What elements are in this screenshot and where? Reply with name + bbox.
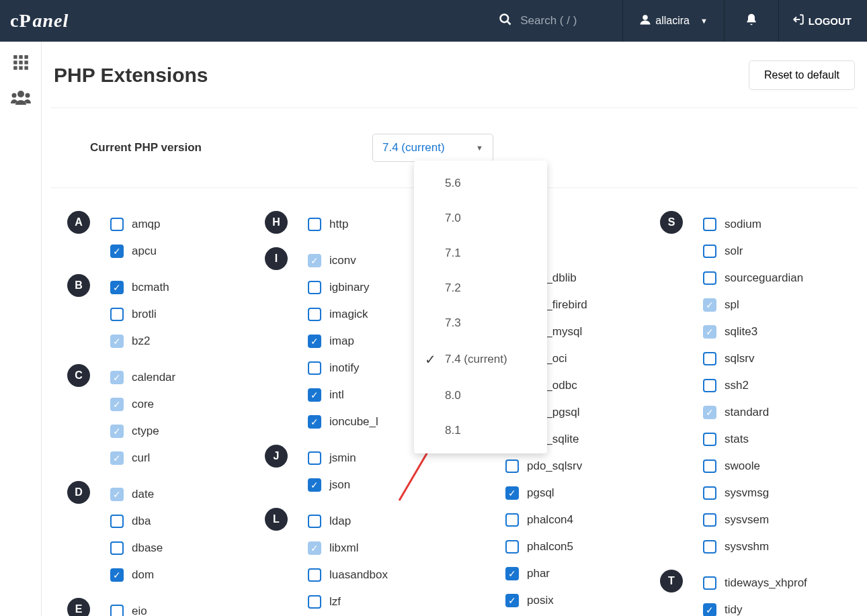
extension-checkbox[interactable] (308, 568, 321, 582)
extension-checkbox[interactable] (703, 576, 716, 590)
extension-checkbox[interactable] (703, 513, 716, 527)
extension-label: core (132, 398, 154, 411)
extension-checkbox[interactable] (703, 245, 716, 258)
version-option[interactable]: 5.6 (414, 166, 547, 201)
extension-label: sysvsem (725, 513, 769, 527)
extension-checkbox[interactable]: ✓ (308, 478, 321, 492)
svg-rect-12 (24, 66, 28, 69)
version-option[interactable]: 7.3 (414, 306, 547, 341)
php-version-select[interactable]: 7.4 (current) ▼ (372, 134, 493, 162)
extension-label: phalcon5 (527, 540, 573, 554)
extension-checkbox[interactable] (703, 540, 716, 554)
version-option[interactable]: 7.0 (414, 201, 547, 236)
logout-button[interactable]: LOGOUT (787, 13, 857, 29)
extension-checkbox[interactable]: ✓ (703, 325, 716, 339)
extension-row: ✓ctype (110, 418, 265, 445)
extension-checkbox[interactable] (703, 379, 716, 392)
extension-checkbox[interactable]: ✓ (110, 451, 124, 465)
version-option[interactable]: 7.2 (414, 271, 547, 306)
extension-checkbox[interactable] (308, 515, 321, 528)
extension-checkbox[interactable] (703, 352, 716, 365)
extension-checkbox[interactable] (308, 361, 321, 375)
svg-point-2 (643, 15, 649, 20)
search-input[interactable] (520, 14, 614, 28)
extension-checkbox[interactable]: ✓ (505, 486, 519, 500)
extension-checkbox[interactable]: ✓ (110, 398, 124, 411)
svg-point-15 (25, 93, 30, 98)
extension-row: ✓spl (703, 292, 858, 318)
extension-label: amqp (132, 218, 161, 231)
extension-checkbox[interactable]: ✓ (703, 298, 716, 312)
cpanel-logo[interactable]: cPcPanelanel (10, 10, 69, 32)
users-icon[interactable] (11, 90, 31, 109)
extension-checkbox[interactable] (308, 218, 321, 231)
extension-checkbox[interactable]: ✓ (703, 406, 716, 419)
extension-checkbox[interactable]: ✓ (110, 371, 124, 384)
extension-row: ✓sqlite3 (703, 318, 858, 345)
extension-checkbox[interactable] (308, 281, 321, 294)
main-content: PHP Extensions Reset to default Current … (42, 42, 867, 616)
version-option[interactable]: ✓7.4 (current) (414, 341, 547, 378)
extension-label: brotli (132, 308, 157, 321)
extension-checkbox[interactable]: ✓ (308, 541, 321, 555)
extension-checkbox[interactable] (505, 540, 519, 554)
extension-checkbox[interactable] (110, 515, 124, 528)
notifications-button[interactable] (733, 13, 770, 30)
extension-checkbox[interactable] (703, 459, 716, 473)
user-menu[interactable]: allacira ▼ (631, 13, 716, 29)
extension-label: apcu (132, 245, 157, 258)
extension-checkbox[interactable]: ✓ (505, 567, 519, 580)
extension-checkbox[interactable] (110, 605, 124, 616)
extension-label: dbase (132, 541, 163, 555)
extension-row: sourceguardian (703, 265, 858, 292)
extension-checkbox[interactable]: ✓ (110, 281, 124, 294)
extension-checkbox[interactable]: ✓ (308, 335, 321, 348)
extension-row: brotli (110, 301, 265, 328)
version-option[interactable]: 8.1 (414, 413, 547, 448)
extension-checkbox[interactable] (110, 218, 124, 231)
search-icon[interactable] (499, 13, 512, 30)
group-letter-badge: D (67, 481, 90, 504)
extension-row: dbase (110, 535, 265, 562)
extension-checkbox[interactable] (505, 459, 519, 473)
extension-label: sysvshm (725, 540, 769, 554)
extension-checkbox[interactable]: ✓ (308, 254, 321, 267)
extension-row: sysvsem (703, 507, 858, 533)
extension-checkbox[interactable]: ✓ (110, 335, 124, 348)
extension-row: ✓phar (505, 560, 660, 587)
version-option[interactable]: 7.1 (414, 236, 547, 271)
version-option[interactable]: 8.0 (414, 378, 547, 413)
extension-checkbox[interactable]: ✓ (110, 488, 124, 501)
extension-checkbox[interactable] (110, 308, 124, 321)
extension-checkbox[interactable]: ✓ (703, 603, 716, 616)
extension-checkbox[interactable] (308, 451, 321, 465)
extension-label: sourceguardian (725, 271, 803, 285)
version-option-label: 8.1 (445, 424, 461, 437)
extension-checkbox[interactable] (703, 433, 716, 446)
svg-line-1 (507, 21, 511, 24)
extension-checkbox[interactable] (703, 271, 716, 285)
extension-checkbox[interactable] (703, 218, 716, 231)
reset-to-default-button[interactable]: Reset to default (749, 60, 855, 90)
extension-checkbox[interactable] (110, 541, 124, 555)
extension-checkbox[interactable] (308, 308, 321, 321)
extension-checkbox[interactable]: ✓ (110, 568, 124, 582)
extension-checkbox[interactable] (308, 595, 321, 609)
group-letter-badge: I (265, 247, 288, 270)
extension-row: stats (703, 426, 858, 453)
extension-label: eio (132, 605, 147, 616)
extension-checkbox[interactable]: ✓ (308, 388, 321, 402)
extension-row: swoole (703, 453, 858, 480)
extension-checkbox[interactable] (703, 486, 716, 500)
apps-grid-icon[interactable] (12, 54, 30, 75)
extension-label: phar (527, 567, 550, 580)
extension-checkbox[interactable]: ✓ (308, 415, 321, 429)
extension-label: ioncube_l (329, 415, 378, 429)
extension-checkbox[interactable]: ✓ (110, 425, 124, 438)
extension-checkbox[interactable]: ✓ (110, 245, 124, 258)
extension-checkbox[interactable]: ✓ (505, 594, 519, 607)
extension-label: posix (527, 594, 554, 607)
extension-row: ✓core (110, 391, 265, 418)
extension-checkbox[interactable] (505, 513, 519, 527)
extension-label: swoole (725, 459, 760, 473)
